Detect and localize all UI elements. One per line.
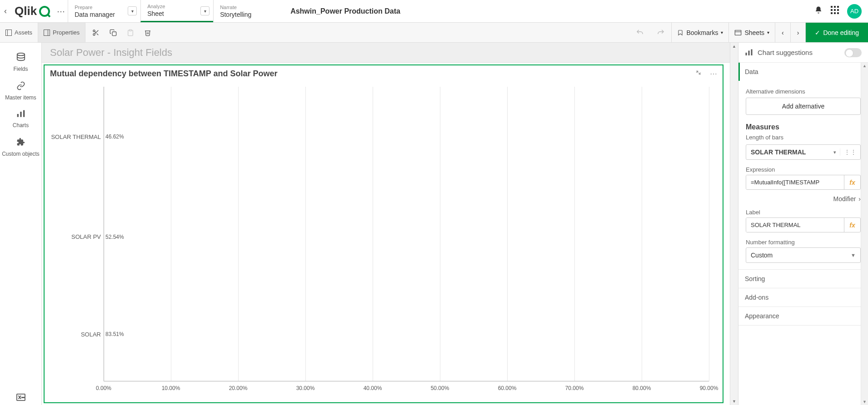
chart-suggestions-toggle[interactable] [844, 48, 862, 57]
bookmark-icon [677, 29, 683, 36]
category-label: SOLAR PV [71, 233, 101, 240]
assets-panel-toggle[interactable]: Assets [0, 23, 38, 42]
label-field-label: Label [746, 209, 861, 216]
svg-rect-16 [112, 32, 116, 36]
properties-panel-toggle[interactable]: Properties [38, 23, 85, 42]
length-of-bars-label: Length of bars [746, 134, 861, 141]
fields-icon [16, 53, 26, 64]
next-sheet-button[interactable]: › [790, 23, 806, 42]
top-bar: ‹ Qlik ⋯ Prepare Data manager ▾ Analyze … [0, 0, 868, 23]
bell-icon[interactable] [814, 6, 823, 16]
svg-rect-3 [834, 6, 836, 8]
chevron-down-icon[interactable]: ▾ [128, 6, 137, 15]
scroll-down-icon[interactable]: ▼ [730, 398, 738, 405]
section-data[interactable]: Data [738, 63, 868, 81]
properties-scrollbar[interactable] [861, 63, 868, 405]
x-tick-label: 10.00% [162, 385, 180, 391]
svg-rect-2 [831, 6, 833, 8]
chevron-down-icon[interactable]: ▾ [200, 6, 210, 15]
svg-rect-10 [837, 12, 839, 14]
nav-prepare[interactable]: Prepare Data manager ▾ [68, 0, 140, 22]
avatar[interactable]: AD [847, 4, 862, 19]
redo-button[interactable] [650, 23, 671, 42]
bookmarks-button[interactable]: Bookmarks ▾ [671, 23, 728, 42]
paste-icon [127, 29, 134, 36]
svg-rect-29 [748, 50, 750, 55]
undo-button[interactable] [629, 23, 650, 42]
back-button[interactable]: ‹ [0, 0, 11, 22]
chevron-down-icon[interactable]: ▾ [830, 149, 840, 155]
x-tick-label: 40.00% [364, 385, 382, 391]
rail-master-items[interactable]: Master items [0, 77, 41, 105]
gridline [238, 87, 239, 381]
add-alternative-button[interactable]: Add alternative [746, 98, 861, 115]
bar-value-label: 52.54% [105, 234, 124, 240]
nav-analyze[interactable]: Analyze Sheet ▾ [140, 0, 213, 22]
copy-icon [110, 29, 117, 36]
rail-fields[interactable]: Fields [0, 48, 41, 77]
svg-point-20 [17, 53, 24, 55]
toolbar-right: Bookmarks ▾ Sheets ▾ ‹ › ✓ Done editing [629, 23, 868, 42]
assets-rail: Fields Master items Charts Custom object… [0, 43, 42, 405]
bar-row: SOLAR THERMAL46.62% [104, 95, 124, 178]
measure-item[interactable]: SOLAR THERMAL ▾ ⋮⋮ [746, 144, 861, 160]
expression-row: fx [746, 175, 861, 190]
logo-text: Qlik [15, 4, 37, 18]
cut-button[interactable] [88, 25, 104, 40]
global-more-menu[interactable]: ⋯ [54, 0, 68, 22]
section-appearance[interactable]: Appearance [738, 307, 868, 325]
chart-suggestions-label: Chart suggestions [758, 49, 840, 56]
gridline [305, 87, 306, 381]
prev-sheet-button[interactable]: ‹ [775, 23, 790, 42]
x-tick-label: 60.00% [498, 385, 517, 391]
bar-value-label: 83.51% [105, 331, 124, 337]
fx-editor-button[interactable]: fx [844, 175, 860, 189]
copy-button[interactable] [105, 25, 121, 40]
rail-custom-objects[interactable]: Custom objects [0, 133, 41, 162]
expression-input[interactable] [746, 175, 844, 189]
x-tick-label: 50.00% [431, 385, 449, 391]
section-addons[interactable]: Add-ons [738, 288, 868, 306]
svg-rect-17 [130, 30, 132, 31]
gridline [574, 87, 575, 381]
sheets-button[interactable]: Sheets ▾ [728, 23, 775, 42]
label-input[interactable] [746, 218, 844, 232]
chart-header: Mutual dependency between TIMESTAMP and … [45, 65, 723, 82]
drag-handle-icon[interactable]: ⋮⋮ [840, 148, 860, 156]
chevron-down-icon: ▾ [767, 30, 769, 35]
scroll-up-icon[interactable]: ▲ [730, 43, 738, 50]
qlik-logo[interactable]: Qlik [11, 0, 54, 22]
sheets-icon [734, 30, 742, 36]
gridline [171, 87, 171, 381]
fullscreen-collapse-icon[interactable] [695, 69, 702, 78]
expression-label: Expression [746, 166, 861, 173]
number-formatting-label: Number formatting [746, 239, 861, 246]
rail-charts[interactable]: Charts [0, 105, 41, 133]
canvas-scrollbar[interactable]: ▲ ▼ [730, 43, 738, 405]
apps-grid-icon[interactable] [831, 6, 839, 16]
chart-icon [16, 110, 25, 120]
nav-narrate[interactable]: Narrate Storytelling [213, 0, 277, 22]
svg-rect-23 [23, 110, 25, 117]
bar-chart-object[interactable]: Mutual dependency between TIMESTAMP and … [44, 64, 723, 403]
properties-accordion: Data Alternative dimensions Add alternat… [738, 63, 868, 405]
qlik-q-icon [39, 5, 50, 17]
done-editing-button[interactable]: ✓ Done editing [805, 23, 868, 42]
chart-container: Mutual dependency between TIMESTAMP and … [42, 63, 730, 405]
svg-rect-18 [735, 30, 741, 35]
svg-rect-22 [20, 112, 21, 117]
delete-button[interactable] [140, 25, 155, 40]
svg-point-11 [93, 30, 95, 32]
svg-rect-4 [837, 6, 839, 8]
section-sorting[interactable]: Sorting [738, 270, 868, 288]
fx-editor-button[interactable]: fx [844, 218, 860, 232]
alt-dimensions-label: Alternative dimensions [746, 88, 861, 95]
sheet-title[interactable]: Solar Power - Insight Fields [42, 43, 730, 63]
number-formatting-select[interactable]: Custom ▼ [746, 247, 861, 263]
panel-left-icon [5, 30, 12, 36]
category-label: SOLAR [81, 331, 101, 338]
object-more-menu[interactable]: ⋯ [710, 69, 717, 78]
category-label: SOLAR THERMAL [51, 133, 101, 140]
rail-variables[interactable] [0, 393, 41, 401]
modifier-button[interactable]: Modifier › [746, 195, 861, 202]
